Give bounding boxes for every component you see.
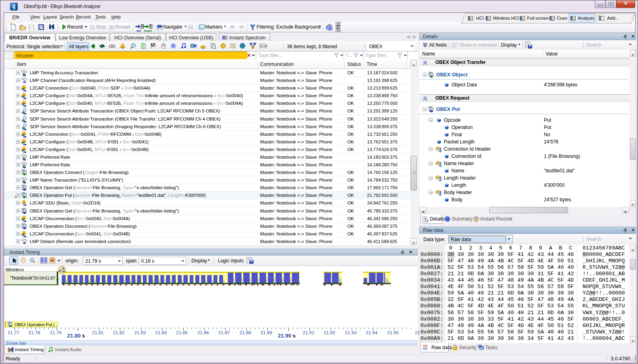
svg-text:0110: 0110 (260, 45, 268, 48)
svg-text:reset: reset (144, 29, 152, 33)
svg-text:set: set (136, 29, 141, 33)
svg-text:?: ? (330, 27, 332, 31)
